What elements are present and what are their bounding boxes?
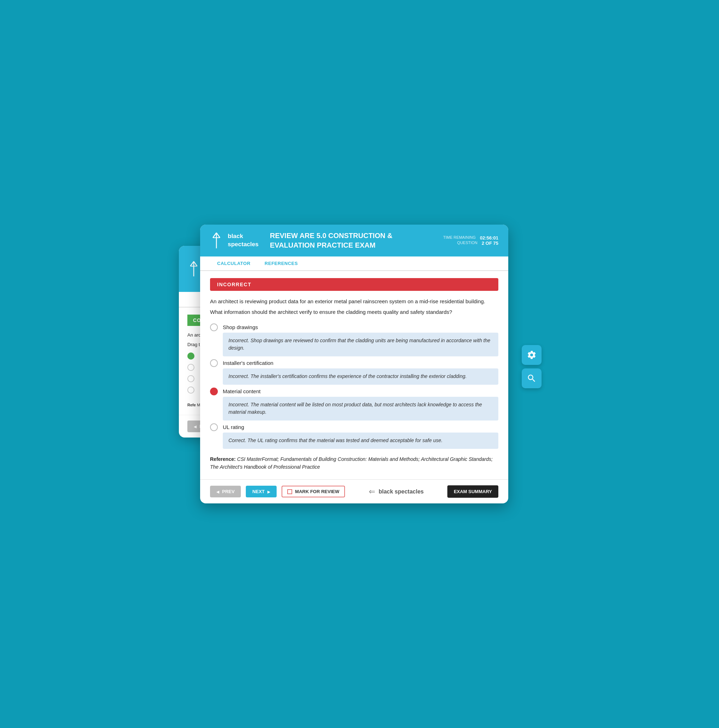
bg-dot-4 [187, 387, 194, 394]
bg-dot-green [187, 352, 194, 359]
question-paragraph2: What information should the architect ve… [210, 308, 498, 317]
option-row-d[interactable]: UL rating [210, 423, 498, 431]
question-paragraph1: An architect is reviewing product data f… [210, 297, 498, 306]
options-container: Shop drawingsIncorrect. Shop drawings ar… [210, 323, 498, 449]
time-row: TIME REMAINING 02:56:01 [443, 235, 498, 240]
option-row-b[interactable]: Installer's certification [210, 359, 498, 367]
settings-icon-button[interactable] [522, 345, 542, 365]
option-label-b: Installer's certification [223, 360, 274, 366]
svg-line-6 [216, 233, 220, 238]
bg-logo-icon [187, 260, 200, 278]
logo-icon [210, 231, 223, 250]
next-button[interactable]: NEXT [246, 486, 277, 497]
content-area: INCORRECT An architect is reviewing prod… [200, 271, 508, 480]
option-block-b: Installer's certificationIncorrect. The … [210, 359, 498, 385]
exam-summary-button[interactable]: EXAM SUMMARY [447, 485, 498, 498]
header-left: black spectacles REVIEW ARE 5.0 CONSTRUC… [210, 231, 392, 250]
prev-icon [216, 489, 219, 494]
nav-calculator[interactable]: CALCULATOR [210, 257, 257, 271]
mark-for-review-button[interactable]: MARK FOR REVIEW [281, 486, 345, 497]
option-feedback-d: Correct. The UL rating confirms that the… [223, 433, 498, 449]
main-footer: PREV NEXT MARK FOR REVIEW ⇐ black specta… [200, 479, 508, 503]
option-feedback-a: Incorrect. Shop drawings are reviewed to… [223, 333, 498, 356]
logo-text: black spectacles [228, 232, 259, 248]
search-icon-button[interactable] [522, 369, 542, 388]
side-icons [522, 345, 542, 388]
option-label-c: Material content [223, 388, 261, 394]
exam-title: REVIEW ARE 5.0 CONSTRUCTION & EVALUATION… [270, 231, 392, 250]
option-radio-b[interactable] [210, 359, 218, 367]
option-radio-a[interactable] [210, 323, 218, 331]
option-row-c[interactable]: Material content [210, 388, 498, 395]
bg-prev-icon [194, 424, 197, 429]
header-right: TIME REMAINING 02:56:01 QUESTION 2 OF 75 [443, 235, 498, 246]
option-label-d: UL rating [223, 424, 244, 430]
question-row: QUESTION 2 OF 75 [443, 240, 498, 246]
option-row-a[interactable]: Shop drawings [210, 323, 498, 331]
gear-icon [527, 350, 537, 360]
option-radio-d[interactable] [210, 423, 218, 431]
option-block-d: UL ratingCorrect. The UL rating confirms… [210, 423, 498, 449]
status-badge: INCORRECT [210, 278, 498, 291]
nav-bar: CALCULATOR REFERENCES [200, 257, 508, 271]
main-header: black spectacles REVIEW ARE 5.0 CONSTRUC… [200, 225, 508, 257]
main-window: black spectacles REVIEW ARE 5.0 CONSTRUC… [200, 225, 508, 504]
mark-checkbox-icon [287, 489, 292, 494]
option-block-c: Material contentIncorrect. The material … [210, 388, 498, 421]
footer-logo-text: black spectacles [379, 488, 424, 495]
bg-dot-2 [187, 364, 194, 371]
footer-logo: ⇐ black spectacles [350, 487, 442, 496]
reference-block: Reference: CSI MasterFormat; Fundamental… [210, 455, 498, 471]
nav-references[interactable]: REFERENCES [257, 257, 305, 271]
svg-line-1 [190, 261, 194, 266]
option-label-a: Shop drawings [223, 324, 258, 330]
bg-dot-3 [187, 375, 194, 382]
next-icon [268, 489, 270, 494]
option-feedback-c: Incorrect. The material content will be … [223, 397, 498, 421]
prev-button[interactable]: PREV [210, 486, 241, 497]
option-feedback-b: Incorrect. The installer's certification… [223, 369, 498, 385]
svg-line-5 [213, 233, 216, 238]
search-icon [527, 373, 537, 383]
option-radio-c[interactable] [210, 388, 218, 395]
svg-line-2 [194, 261, 197, 266]
option-block-a: Shop drawingsIncorrect. Shop drawings ar… [210, 323, 498, 356]
